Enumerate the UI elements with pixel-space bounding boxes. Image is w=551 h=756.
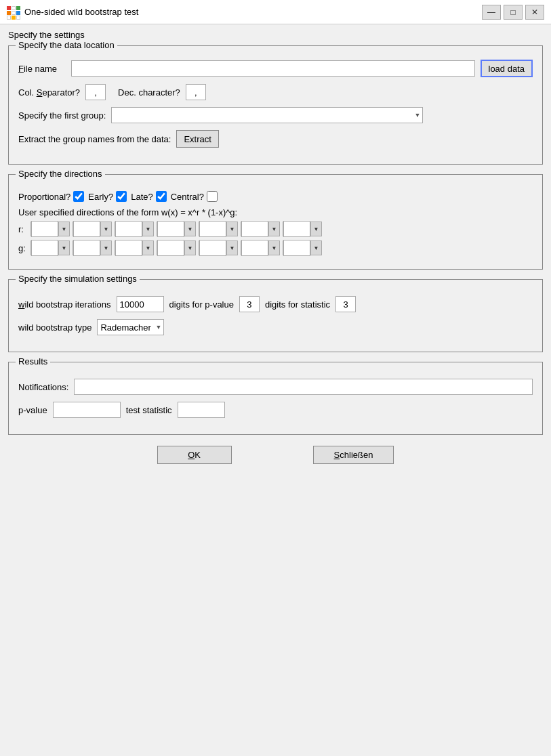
simulation-legend: Specify the simulation settings (16, 274, 140, 284)
g-dropdown-4[interactable]: ▼ (184, 241, 195, 255)
digits-pvalue-input[interactable] (239, 296, 260, 312)
g-dropdown-1[interactable]: ▼ (58, 241, 69, 255)
bootstrap-type-select-wrapper: Rademacher Mammen (97, 319, 164, 335)
r-dropdown-7[interactable]: ▼ (310, 222, 321, 236)
window-title: One-sided wild bootstrap test (24, 7, 482, 17)
simulation-section: Specify the simulation settings wild boo… (8, 279, 543, 352)
digits-pvalue-label: digits for p-value (169, 299, 234, 310)
central-item: Central? (171, 191, 218, 202)
r-combo-2: ▼ (73, 222, 112, 236)
file-underline: F (18, 64, 24, 74)
g-combo-6: ▼ (241, 240, 280, 255)
extract-button[interactable]: Extract (176, 130, 218, 148)
ok-button[interactable]: OK (157, 446, 232, 464)
r-combo-7: ▼ (283, 222, 322, 236)
g-input-7[interactable] (283, 240, 310, 256)
g-combo-7: ▼ (283, 240, 322, 255)
early-label: Early? (88, 192, 113, 202)
first-group-select[interactable] (111, 107, 423, 123)
g-dropdown-2[interactable]: ▼ (100, 241, 111, 255)
r-dropdown-3[interactable]: ▼ (142, 222, 153, 236)
r-input-7[interactable] (283, 221, 310, 237)
late-checkbox[interactable] (156, 191, 167, 202)
statistic-label: test statistic (126, 405, 172, 415)
r-input-5[interactable] (199, 221, 226, 237)
file-name-input[interactable] (71, 60, 475, 77)
title-bar: One-sided wild bootstrap test — □ ✕ (0, 0, 551, 24)
r-dropdown-2[interactable]: ▼ (100, 222, 111, 236)
first-group-label: Specify the first group: (18, 110, 106, 121)
maximize-button[interactable]: □ (504, 5, 523, 20)
r-combo-5: ▼ (199, 222, 238, 236)
g-input-4[interactable] (157, 240, 184, 256)
r-dropdown-4[interactable]: ▼ (184, 222, 195, 236)
g-dropdown-6[interactable]: ▼ (268, 241, 279, 255)
pvalue-input[interactable] (53, 402, 121, 418)
col-sep-input[interactable] (85, 84, 106, 100)
statistic-input[interactable] (178, 402, 225, 418)
directions-section: Specify the directions Proportional? Ear… (8, 174, 543, 270)
checkboxes-row: Proportional? Early? Late? Central? (18, 191, 533, 202)
close-window-button[interactable]: ✕ (525, 5, 544, 20)
r-input-1[interactable] (31, 221, 58, 237)
notifications-row: Notifications: (18, 379, 533, 395)
g-input-1[interactable] (31, 240, 58, 256)
g-input-2[interactable] (73, 240, 100, 256)
minimize-button[interactable]: — (482, 5, 501, 20)
iterations-label: wild bootstrap iterations (18, 299, 111, 310)
notifications-label: Notifications: (18, 382, 68, 392)
r-input-3[interactable] (115, 221, 142, 237)
g-combo-4: ▼ (157, 240, 196, 255)
g-row: g: ▼ ▼ ▼ ▼ ▼ (18, 240, 533, 255)
r-combo-6: ▼ (241, 222, 280, 236)
r-dropdown-5[interactable]: ▼ (226, 222, 237, 236)
g-combo-1: ▼ (30, 240, 70, 255)
central-label: Central? (171, 192, 204, 202)
file-label-rest: ile name (24, 64, 57, 74)
results-legend: Results (16, 356, 50, 366)
close-button-rest: chließen (340, 450, 373, 460)
r-dropdown-6[interactable]: ▼ (268, 222, 279, 236)
digits-stat-input[interactable] (335, 296, 356, 312)
bottom-buttons: OK Schließen (8, 446, 543, 475)
r-combo-3: ▼ (115, 222, 154, 236)
proportional-checkbox[interactable] (73, 191, 84, 202)
r-input-2[interactable] (73, 221, 100, 237)
extract-row: Extract the group names from the data: E… (18, 130, 533, 148)
g-dropdown-7[interactable]: ▼ (310, 241, 321, 255)
data-location-legend: Specify the data location (16, 40, 117, 50)
results-section: Results Notifications: p-value test stat… (8, 362, 543, 435)
data-location-section: Specify the data location File name load… (8, 45, 543, 165)
bootstrap-type-label: wild bootstrap type (18, 322, 91, 333)
close-button[interactable]: Schließen (313, 446, 394, 464)
load-data-button[interactable]: load data (481, 60, 533, 77)
bootstrap-type-select[interactable]: Rademacher Mammen (97, 319, 164, 335)
r-dropdown-1[interactable]: ▼ (58, 222, 69, 236)
central-checkbox[interactable] (207, 191, 218, 202)
proportional-label: Proportional? (18, 192, 70, 202)
notifications-input[interactable] (74, 379, 533, 395)
iterations-input[interactable] (117, 296, 164, 312)
dec-char-input[interactable] (186, 84, 206, 100)
window-controls: — □ ✕ (482, 5, 544, 20)
first-group-select-wrapper (111, 107, 423, 123)
r-input-4[interactable] (157, 221, 184, 237)
sim-row-1: wild bootstrap iterations digits for p-v… (18, 296, 533, 312)
g-input-3[interactable] (115, 240, 142, 256)
extract-label: Extract the group names from the data: (18, 134, 171, 144)
first-group-row: Specify the first group: (18, 107, 533, 123)
app-icon (7, 6, 19, 18)
early-item: Early? (88, 191, 127, 202)
g-input-6[interactable] (241, 240, 268, 256)
r-input-6[interactable] (241, 221, 268, 237)
g-input-5[interactable] (199, 240, 226, 256)
r-row: r: ▼ ▼ ▼ ▼ ▼ (18, 222, 533, 236)
r-combo-1: ▼ (30, 222, 70, 236)
g-dropdown-5[interactable]: ▼ (226, 241, 237, 255)
late-item: Late? (131, 191, 167, 202)
main-content: Specify the settings Specify the data lo… (0, 24, 551, 483)
early-checkbox[interactable] (116, 191, 127, 202)
g-dropdown-3[interactable]: ▼ (142, 241, 153, 255)
proportional-item: Proportional? (18, 191, 84, 202)
g-combo-3: ▼ (115, 240, 154, 255)
